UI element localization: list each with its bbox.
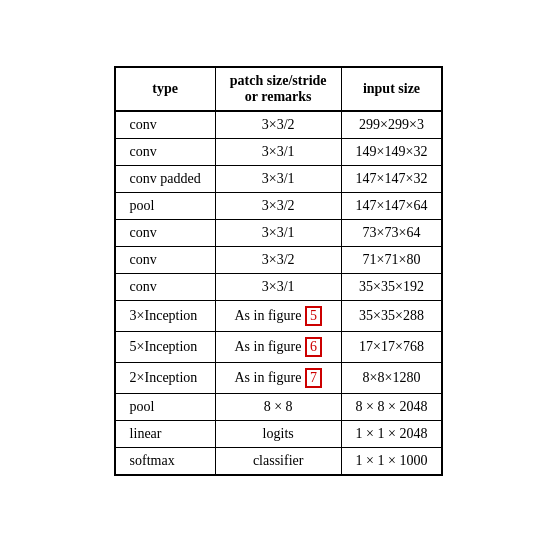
cell-patch: As in figure 5 bbox=[215, 300, 341, 331]
patch-number: 6 bbox=[305, 337, 322, 357]
cell-patch: 3×3/1 bbox=[215, 138, 341, 165]
cell-type: 5×Inception bbox=[115, 331, 216, 362]
cell-type: softmax bbox=[115, 447, 216, 475]
table-row: conv padded3×3/1147×147×32 bbox=[115, 165, 443, 192]
col-header-type: type bbox=[115, 67, 216, 111]
cell-patch: logits bbox=[215, 420, 341, 447]
cell-input: 147×147×32 bbox=[341, 165, 442, 192]
table-row: 3×InceptionAs in figure 535×35×288 bbox=[115, 300, 443, 331]
cell-input: 71×71×80 bbox=[341, 246, 442, 273]
cell-patch: 8 × 8 bbox=[215, 393, 341, 420]
cell-input: 1 × 1 × 1000 bbox=[341, 447, 442, 475]
table-row: linearlogits1 × 1 × 2048 bbox=[115, 420, 443, 447]
patch-prefix: As in figure bbox=[234, 370, 304, 385]
table-row: softmaxclassifier1 × 1 × 1000 bbox=[115, 447, 443, 475]
cell-type: conv bbox=[115, 246, 216, 273]
cell-patch: classifier bbox=[215, 447, 341, 475]
table-row: pool3×3/2147×147×64 bbox=[115, 192, 443, 219]
patch-prefix: As in figure bbox=[234, 308, 304, 323]
table-row: pool8 × 88 × 8 × 2048 bbox=[115, 393, 443, 420]
cell-type: conv bbox=[115, 138, 216, 165]
cell-input: 147×147×64 bbox=[341, 192, 442, 219]
cell-patch: 3×3/1 bbox=[215, 219, 341, 246]
cell-input: 35×35×192 bbox=[341, 273, 442, 300]
table-wrapper: type patch size/strideor remarks input s… bbox=[94, 46, 464, 496]
cell-type: linear bbox=[115, 420, 216, 447]
table-row: conv3×3/135×35×192 bbox=[115, 273, 443, 300]
cell-patch: 3×3/1 bbox=[215, 165, 341, 192]
cell-patch: 3×3/2 bbox=[215, 192, 341, 219]
cell-type: conv bbox=[115, 111, 216, 139]
cell-input: 73×73×64 bbox=[341, 219, 442, 246]
architecture-table: type patch size/strideor remarks input s… bbox=[114, 66, 444, 476]
table-row: 2×InceptionAs in figure 78×8×1280 bbox=[115, 362, 443, 393]
cell-input: 149×149×32 bbox=[341, 138, 442, 165]
col-header-input: input size bbox=[341, 67, 442, 111]
patch-number: 5 bbox=[305, 306, 322, 326]
header-row: type patch size/strideor remarks input s… bbox=[115, 67, 443, 111]
cell-type: conv bbox=[115, 219, 216, 246]
cell-type: pool bbox=[115, 192, 216, 219]
cell-input: 1 × 1 × 2048 bbox=[341, 420, 442, 447]
cell-patch: As in figure 6 bbox=[215, 331, 341, 362]
cell-input: 299×299×3 bbox=[341, 111, 442, 139]
cell-input: 8 × 8 × 2048 bbox=[341, 393, 442, 420]
cell-type: conv bbox=[115, 273, 216, 300]
cell-type: conv padded bbox=[115, 165, 216, 192]
table-body: conv3×3/2299×299×3conv3×3/1149×149×32con… bbox=[115, 111, 443, 475]
cell-patch: 3×3/1 bbox=[215, 273, 341, 300]
cell-input: 17×17×768 bbox=[341, 331, 442, 362]
patch-number: 7 bbox=[305, 368, 322, 388]
table-row: conv3×3/173×73×64 bbox=[115, 219, 443, 246]
table-row: 5×InceptionAs in figure 617×17×768 bbox=[115, 331, 443, 362]
patch-prefix: As in figure bbox=[234, 339, 304, 354]
cell-type: 2×Inception bbox=[115, 362, 216, 393]
cell-patch: 3×3/2 bbox=[215, 111, 341, 139]
table-row: conv3×3/2299×299×3 bbox=[115, 111, 443, 139]
table-row: conv3×3/1149×149×32 bbox=[115, 138, 443, 165]
table-row: conv3×3/271×71×80 bbox=[115, 246, 443, 273]
cell-input: 35×35×288 bbox=[341, 300, 442, 331]
cell-type: pool bbox=[115, 393, 216, 420]
cell-patch: As in figure 7 bbox=[215, 362, 341, 393]
cell-patch: 3×3/2 bbox=[215, 246, 341, 273]
col-header-patch: patch size/strideor remarks bbox=[215, 67, 341, 111]
cell-input: 8×8×1280 bbox=[341, 362, 442, 393]
cell-type: 3×Inception bbox=[115, 300, 216, 331]
